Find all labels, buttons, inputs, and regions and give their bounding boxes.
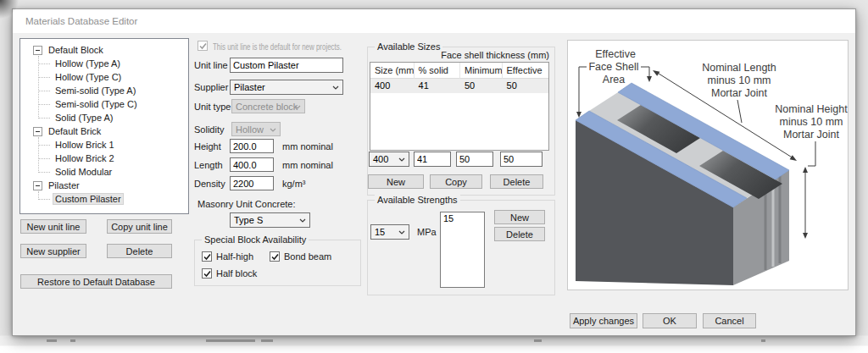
- unit-line-label: Unit line: [194, 60, 228, 70]
- restore-default-database-button[interactable]: Restore to Default Database: [20, 274, 172, 289]
- check-icon: [203, 270, 211, 278]
- chevron-down-icon: [270, 128, 276, 132]
- table-row[interactable]: 400 41 50 50: [370, 79, 548, 93]
- delete-strength-button[interactable]: Delete: [494, 227, 545, 241]
- unit-type-value: Concrete block: [236, 102, 298, 112]
- cell-minimum: 50: [460, 79, 503, 93]
- tree-item-custom-pilaster[interactable]: Custom Pilaster: [20, 192, 188, 206]
- height-input[interactable]: [230, 139, 274, 153]
- tree-connector: [38, 104, 50, 105]
- tree-item-label: Hollow Brick 1: [53, 140, 116, 150]
- delete-size-button[interactable]: Delete: [490, 174, 543, 189]
- masonry-unit-concrete-select[interactable]: Type S: [230, 212, 310, 228]
- half-high-checkbox[interactable]: [202, 251, 212, 262]
- solidity-value: Hollow: [236, 124, 264, 135]
- available-strengths-group: Available Strengths 15 MPa 15 New Delete: [367, 200, 555, 295]
- collapse-icon[interactable]: [33, 46, 42, 55]
- half-block-label: Half block: [216, 268, 257, 279]
- tree-item-default-brick[interactable]: Default Brick: [20, 124, 188, 138]
- effective-input[interactable]: [500, 152, 542, 167]
- apply-changes-button[interactable]: Apply changes: [570, 313, 637, 328]
- tree-item-pilaster[interactable]: Pilaster: [20, 179, 188, 192]
- copy-size-button[interactable]: Copy: [430, 174, 482, 189]
- available-strengths-title: Available Strengths: [375, 195, 460, 205]
- density-unit: kg/m³: [282, 179, 306, 189]
- materials-database-editor-dialog: Materials Database Editor Default Block …: [12, 8, 856, 336]
- special-block-availability-group: Special Block Availability Half-high Bon…: [194, 240, 361, 286]
- bond-beam-checkbox[interactable]: [270, 251, 280, 262]
- column-header[interactable]: Size (mm): [370, 63, 415, 79]
- column-header[interactable]: Minimum: [460, 63, 503, 79]
- new-strength-button[interactable]: New: [494, 210, 545, 224]
- supplier-select[interactable]: Pilaster: [230, 80, 343, 95]
- new-unit-line-button[interactable]: New unit line: [20, 219, 86, 234]
- tree-item-label: Default Brick: [47, 126, 103, 136]
- solidity-select: Hollow: [231, 122, 281, 136]
- default-unit-checkbox: [198, 41, 208, 51]
- tree-item-hollow-brick-1[interactable]: Hollow Brick 1: [20, 138, 188, 152]
- annotation-bracket: [579, 67, 587, 113]
- delete-unit-button[interactable]: Delete: [107, 244, 172, 258]
- height-unit: mm nominal: [282, 141, 333, 152]
- strengths-listbox: 15: [440, 212, 485, 288]
- cancel-button[interactable]: Cancel: [703, 313, 756, 328]
- tree-item-hollow-brick-2[interactable]: Hollow Brick 2: [20, 152, 188, 165]
- arrowhead: [803, 233, 808, 239]
- new-size-button[interactable]: New: [368, 174, 424, 189]
- size-select[interactable]: 400: [369, 152, 409, 167]
- column-header[interactable]: Effective: [503, 63, 548, 79]
- tree-connector: [38, 158, 50, 159]
- ok-button[interactable]: OK: [643, 313, 697, 328]
- strength-select[interactable]: 15: [370, 224, 409, 240]
- tree-item-label: Custom Pilaster: [53, 194, 123, 204]
- block-illustration-panel: Effective Face Shell Area Nominal Length…: [567, 40, 849, 290]
- solid-input[interactable]: [414, 152, 451, 167]
- check-icon: [199, 42, 207, 50]
- nominal-length-line3: Mortar Joint: [711, 87, 768, 99]
- tree-item-label: Semi-solid (Type A): [53, 85, 137, 96]
- tree-item-solid-modular[interactable]: Solid Modular: [20, 165, 188, 179]
- new-supplier-button[interactable]: New supplier: [20, 244, 86, 258]
- tree-item-hollow-type-a[interactable]: Hollow (Type A): [20, 57, 188, 70]
- supplier-label: Supplier: [194, 82, 228, 92]
- tree-item-label: Default Block: [47, 45, 105, 55]
- tree-item-semi-solid-type-c[interactable]: Semi-solid (Type C): [20, 97, 188, 111]
- annotation-leader: [808, 141, 815, 166]
- effective-label-line3: Area: [603, 74, 625, 85]
- tree-item-label: Solid (Type A): [53, 113, 114, 123]
- window-title: Materials Database Editor: [25, 9, 137, 33]
- tree-item-default-block[interactable]: Default Block: [20, 43, 188, 57]
- cell-size: 400: [370, 79, 415, 93]
- unit-line-input[interactable]: [230, 58, 343, 73]
- height-label: Height: [194, 141, 221, 152]
- chevron-down-icon: [332, 85, 339, 90]
- solidity-label: Solidity: [194, 124, 224, 135]
- unit-tree: Default Block Hollow (Type A) Hollow (Ty…: [19, 38, 189, 214]
- sizes-table: Size (mm) % solid Minimum Effective 400 …: [370, 62, 549, 151]
- special-block-availability-title: Special Block Availability: [202, 234, 309, 245]
- length-input[interactable]: [230, 157, 274, 172]
- column-header[interactable]: % solid: [415, 63, 460, 79]
- collapse-icon[interactable]: [33, 181, 42, 190]
- effective-label-line2: Face Shell: [588, 61, 638, 73]
- copy-unit-line-button[interactable]: Copy unit line: [107, 219, 172, 234]
- tree-item-hollow-type-c[interactable]: Hollow (Type C): [20, 70, 188, 84]
- collapse-icon[interactable]: [33, 127, 42, 136]
- arrowhead: [790, 155, 797, 161]
- tree-connector: [38, 199, 50, 200]
- nominal-length-line1: Nominal Length: [702, 62, 776, 74]
- list-item[interactable]: 15: [441, 212, 484, 224]
- half-block-checkbox[interactable]: [202, 268, 212, 279]
- minimum-input[interactable]: [456, 152, 493, 167]
- tree-connector: [38, 77, 50, 78]
- density-input[interactable]: [230, 176, 274, 190]
- nominal-length-line2: minus 10 mm: [707, 74, 771, 86]
- title-bar[interactable]: Materials Database Editor: [13, 9, 855, 33]
- sizes-table-header: Size (mm) % solid Minimum Effective: [370, 63, 548, 79]
- available-sizes-group: Available Sizes Face shell thickness (mm…: [367, 47, 555, 196]
- tree-item-solid-type-a[interactable]: Solid (Type A): [20, 111, 188, 124]
- tree-item-label: Hollow (Type C): [53, 72, 123, 82]
- tree-item-semi-solid-type-a[interactable]: Semi-solid (Type A): [20, 84, 188, 97]
- cell-solid: 41: [415, 79, 460, 93]
- bond-beam-label: Bond beam: [284, 251, 331, 262]
